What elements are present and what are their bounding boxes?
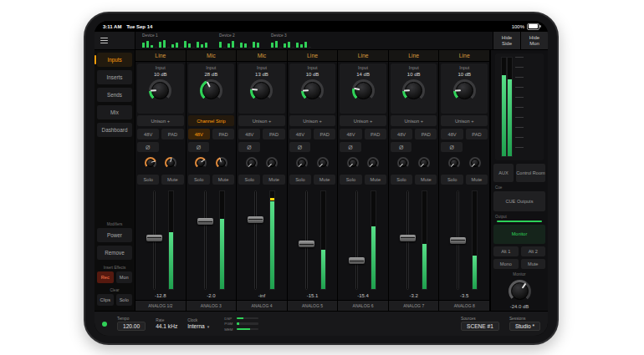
insert-button[interactable]: Unison + — [137, 115, 184, 126]
sidebar-item-inputs[interactable]: Inputs — [97, 53, 132, 67]
sidebar-item-dashboard[interactable]: Dashboard — [97, 123, 132, 137]
fader-handle[interactable] — [450, 237, 466, 244]
insert-button[interactable]: Unison + — [441, 115, 488, 126]
fader-handle[interactable] — [197, 218, 213, 225]
insert-button[interactable]: Unison + — [391, 115, 437, 126]
aux-button[interactable]: AUX — [493, 164, 514, 182]
send-knob-1[interactable] — [246, 157, 258, 169]
remove-button[interactable]: Remove — [97, 246, 132, 260]
send-knob-2[interactable] — [317, 157, 329, 169]
send-knob-1[interactable] — [448, 157, 460, 169]
mute-button[interactable]: Mute — [466, 175, 488, 185]
pad-button[interactable]: PAD — [314, 129, 335, 139]
channel-type-label[interactable]: Line — [288, 50, 338, 62]
insert-button[interactable]: Unison + — [238, 115, 285, 126]
send-knob-1[interactable] — [145, 157, 156, 169]
phantom-48v-button[interactable]: 48V — [238, 129, 260, 139]
channel-type-label[interactable]: Line — [439, 50, 489, 62]
cue-outputs-button[interactable]: CUE Outputs — [493, 191, 545, 211]
pad-button[interactable]: PAD — [212, 129, 234, 139]
device-group[interactable]: Device 1 — [142, 33, 207, 48]
send-knob-1[interactable] — [296, 157, 308, 169]
channel-type-label[interactable]: Line — [135, 50, 186, 62]
sessions-value[interactable]: Studio * — [509, 322, 540, 331]
monitor-button[interactable]: Monitor — [493, 225, 545, 245]
send-knob-2[interactable] — [216, 157, 227, 169]
send-knob-1[interactable] — [195, 157, 207, 169]
gain-knob[interactable] — [301, 79, 324, 102]
fader-handle[interactable] — [146, 235, 162, 241]
channel-name[interactable]: ANALOG 8 — [439, 300, 489, 311]
gain-knob[interactable] — [453, 79, 476, 102]
insert-effects-mon-button[interactable]: Mon — [116, 271, 133, 283]
send-knob-2[interactable] — [469, 157, 481, 169]
mute-button[interactable]: Mute — [415, 175, 437, 185]
mute-button[interactable]: Mute — [161, 175, 183, 185]
gain-knob[interactable] — [402, 79, 425, 102]
power-button[interactable]: Power — [97, 228, 132, 242]
menu-button[interactable] — [95, 32, 135, 49]
channel-type-label[interactable]: Mic — [237, 50, 287, 62]
device-group[interactable]: Device 2 — [219, 33, 259, 48]
fader-handle[interactable] — [400, 235, 416, 241]
hide-mon-button[interactable]: Hide Mon — [520, 32, 548, 49]
sources-value[interactable]: SCENE #1 — [461, 322, 499, 331]
phase-button[interactable]: Ø — [188, 142, 210, 152]
master-mute-button[interactable]: Mute — [521, 259, 546, 269]
send-knob-2[interactable] — [165, 157, 176, 169]
insert-effects-rec-button[interactable]: Rec — [97, 271, 114, 283]
pad-button[interactable]: PAD — [365, 129, 386, 139]
phantom-48v-button[interactable]: 48V — [188, 129, 210, 139]
phantom-48v-button[interactable]: 48V — [289, 129, 311, 139]
channel-name[interactable]: ANALOG 4 — [237, 300, 287, 311]
pad-button[interactable]: PAD — [415, 129, 437, 139]
phase-button[interactable]: Ø — [238, 142, 260, 152]
gain-knob[interactable] — [352, 79, 375, 102]
monitor-knob[interactable] — [509, 280, 531, 302]
clock-field[interactable]: Clock Interna▾ — [187, 318, 209, 329]
channel-type-label[interactable]: Mic — [187, 50, 237, 62]
mute-button[interactable]: Mute — [212, 175, 234, 185]
channel-name[interactable]: ANALOG 7 — [389, 300, 439, 311]
solo-button[interactable]: Solo — [340, 175, 361, 185]
clear-clips-button[interactable]: Clips — [97, 294, 114, 306]
phantom-48v-button[interactable]: 48V — [340, 129, 361, 139]
mute-button[interactable]: Mute — [314, 175, 335, 185]
gain-knob[interactable] — [149, 79, 171, 102]
send-knob-1[interactable] — [397, 157, 409, 169]
phase-button[interactable]: Ø — [441, 142, 463, 152]
phantom-48v-button[interactable]: 48V — [137, 129, 159, 139]
pad-button[interactable]: PAD — [263, 129, 284, 139]
insert-button[interactable]: Channel Strip — [188, 115, 235, 126]
channel-name[interactable]: ANALOG 1/2 — [135, 300, 186, 311]
sidebar-item-sends[interactable]: Sends — [97, 88, 132, 102]
insert-button[interactable]: Unison + — [340, 115, 386, 126]
mono-button[interactable]: Mono — [493, 259, 519, 269]
channel-type-label[interactable]: Line — [338, 50, 388, 62]
solo-button[interactable]: Solo — [188, 175, 210, 185]
send-knob-1[interactable] — [347, 157, 359, 169]
rate-field[interactable]: Rate 44.1 kHz — [156, 318, 177, 329]
solo-button[interactable]: Solo — [238, 175, 260, 185]
fader-handle[interactable] — [248, 216, 263, 223]
alt1-button[interactable]: Alt 1 — [493, 246, 519, 256]
sources-field[interactable]: Sources SCENE #1 — [461, 317, 499, 331]
solo-button[interactable]: Solo — [391, 175, 412, 185]
channel-name[interactable]: ANALOG 6 — [338, 300, 388, 311]
pad-button[interactable]: PAD — [161, 129, 183, 139]
gain-knob[interactable] — [250, 79, 273, 102]
solo-button[interactable]: Solo — [441, 175, 463, 185]
solo-button[interactable]: Solo — [137, 175, 159, 185]
phase-button[interactable]: Ø — [289, 142, 311, 152]
phantom-48v-button[interactable]: 48V — [391, 129, 412, 139]
hide-side-button[interactable]: Hide Side — [493, 32, 520, 49]
tempo-field[interactable]: Tempo 120.00 — [117, 317, 146, 331]
device-group[interactable]: Device 3 — [271, 33, 311, 48]
phase-button[interactable]: Ø — [137, 142, 159, 152]
gain-knob[interactable] — [200, 79, 222, 102]
fader-handle[interactable] — [349, 257, 365, 264]
pad-button[interactable]: PAD — [466, 129, 488, 139]
clock-value[interactable]: Interna — [187, 323, 205, 329]
phase-button[interactable]: Ø — [391, 142, 412, 152]
mute-button[interactable]: Mute — [365, 175, 386, 185]
